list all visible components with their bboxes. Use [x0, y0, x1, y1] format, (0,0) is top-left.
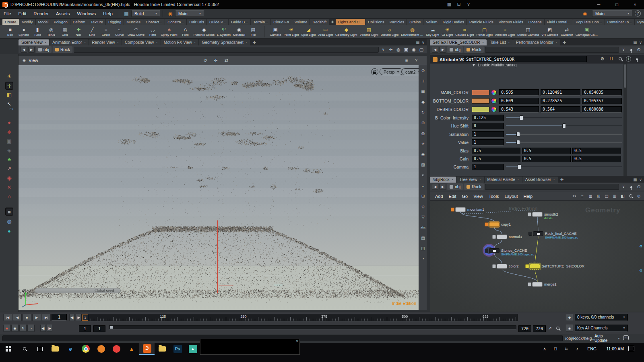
shelf-tab-hair-utls[interactable]: Hair Utls: [187, 19, 206, 25]
taskbar-search-button[interactable]: [17, 343, 32, 355]
add-tab-button[interactable]: ✚: [558, 177, 566, 183]
shelf-tool-switcher[interactable]: ⇄Switcher: [559, 25, 574, 38]
text-overlay-icon[interactable]: abc: [420, 224, 426, 231]
show-objects-tool[interactable]: ☀: [5, 72, 13, 80]
pane-control-icon[interactable]: ∨: [422, 40, 425, 45]
view-globe-tool[interactable]: ◍: [5, 218, 13, 226]
shelf-tool-vr-camera[interactable]: ◩VR Camera: [540, 25, 559, 38]
breadcrumb-node[interactable]: Rock: [464, 46, 484, 53]
param-slider[interactable]: [506, 132, 622, 137]
link-icon[interactable]: ⊙: [636, 46, 642, 53]
chevron-down-icon[interactable]: ∨: [380, 46, 386, 53]
param-value-field[interactable]: 0.054035: [582, 89, 622, 96]
node-settexture-setcolor[interactable]: SetTEXTURE_SetCOLOR: [525, 264, 541, 269]
shelf-tab-guide-b[interactable]: Guide B...: [229, 19, 250, 25]
zoom-select-icon[interactable]: ⊕: [636, 193, 642, 199]
sculpt-tool[interactable]: ♣: [5, 156, 13, 164]
crosshair-icon[interactable]: ✛: [388, 46, 394, 53]
keyframe-options-button[interactable]: ◆: [566, 314, 573, 321]
shelf-tool-circle[interactable]: ○Circle: [99, 25, 113, 38]
node-rock-final-cache[interactable]: Rock_final_CACHESHIPNAME.105.bgeo.sc: [528, 231, 545, 237]
taskbar-houdini[interactable]: [139, 343, 155, 355]
breadcrumb-root[interactable]: obj: [447, 46, 463, 53]
close-icon[interactable]: ×: [482, 41, 484, 44]
param-value-field[interactable]: 0: [472, 123, 504, 129]
scrollbar-thumb[interactable]: [624, 64, 626, 88]
shelf-tool-spray-paint[interactable]: ∗Spray Paint: [159, 25, 178, 38]
breadcrumb-node[interactable]: Rock: [53, 46, 72, 53]
close-icon[interactable]: ×: [194, 41, 196, 44]
palette-icon[interactable]: ◧: [620, 193, 625, 199]
shelf-tool-l-system[interactable]: ΨL-System: [216, 25, 232, 38]
param-value-field[interactable]: 0.125: [472, 115, 504, 121]
shelf-tab-populate-con[interactable]: Populate Con...: [573, 19, 605, 25]
pane-split-icon[interactable]: ▢: [418, 46, 425, 53]
shelf-tool-spot-light[interactable]: ◢Spot Light: [300, 25, 317, 38]
shelf-tool-null[interactable]: ✚Null: [72, 25, 85, 38]
param-value-field[interactable]: 0.609: [499, 98, 539, 104]
pane-expand-chevron[interactable]: «: [638, 243, 644, 251]
link-icon[interactable]: ⊙: [636, 183, 642, 190]
viewport-canvas[interactable]: [19, 65, 419, 310]
chevron-down-icon[interactable]: ∨: [620, 46, 627, 53]
houdini-help-icon[interactable]: H: [608, 56, 614, 62]
color-wheel-icon[interactable]: [491, 90, 497, 95]
node-stones-cache[interactable]: Stones_CACHESHIPNAME.105.bgeo.sc: [485, 248, 501, 254]
color-wheel-icon[interactable]: [491, 98, 497, 104]
expand-menu-icon[interactable]: ∨: [465, 1, 472, 7]
shelf-tool-tube[interactable]: ▮Tube: [31, 25, 44, 38]
handles-view-icon[interactable]: ✛: [213, 57, 219, 64]
taskbar-chrome-browser[interactable]: [78, 343, 93, 355]
pane-expand-chevron[interactable]: «: [638, 267, 644, 275]
help-icon[interactable]: ?: [635, 10, 641, 16]
node-mountain1[interactable]: mountain1: [451, 207, 467, 213]
param-value-field[interactable]: 0.5: [572, 156, 621, 162]
scene-viewport[interactable]: Persp▼ cam2▼ 49 Global seed Indie Editio…: [19, 65, 419, 310]
shelf-tab-muscles[interactable]: Muscles: [124, 19, 143, 25]
add-shelf-tab-button[interactable]: ✚: [329, 19, 336, 25]
parameter-scrollbar[interactable]: [623, 64, 627, 176]
loop-icon[interactable]: ↻: [19, 325, 27, 332]
tab-settexture-setcolor[interactable]: SetTEXTURE_SetCOLOR×: [430, 39, 487, 45]
split-view-icon[interactable]: ◫: [420, 245, 426, 252]
volume-icon[interactable]: ♪: [574, 346, 580, 352]
shelf-tab-rigging[interactable]: Rigging: [106, 19, 124, 25]
keyframe-icon[interactable]: ◆: [3, 325, 10, 332]
camera-selector[interactable]: cam2▼: [401, 68, 419, 75]
menu-file[interactable]: File: [0, 10, 15, 17]
tab-render-view[interactable]: Render View×: [89, 39, 122, 45]
playhead[interactable]: 1: [82, 315, 88, 321]
float-pane-icon[interactable]: ⊡: [456, 1, 462, 7]
shelf-tab-rigid-bodies[interactable]: Rigid Bodies: [440, 19, 466, 25]
notes-icon[interactable]: ▥: [612, 193, 617, 199]
shelf-tool-gamepad-camera[interactable]: ▣Gamepad Camera: [574, 25, 599, 38]
taskbar-photoshop[interactable]: Ps: [170, 343, 185, 355]
list-mode-icon[interactable]: ≡: [580, 193, 585, 199]
stop-button[interactable]: ■: [23, 314, 31, 321]
tab-geometry-spreadsheet[interactable]: Geometry Spreadsheet×: [199, 39, 250, 45]
network-menu-edit[interactable]: Edit: [446, 194, 459, 199]
search-icon[interactable]: [628, 193, 634, 199]
view-menu-button[interactable]: ◉ View: [19, 57, 41, 64]
color-swatch[interactable]: [472, 107, 489, 112]
shelf-tool-camera[interactable]: ▣Camera: [268, 25, 282, 38]
shelf-tool-box[interactable]: ■Box: [3, 25, 17, 38]
close-icon[interactable]: ×: [553, 178, 555, 181]
language-indicator[interactable]: ENG: [587, 343, 597, 355]
pin-icon[interactable]: [628, 46, 634, 53]
record-tool[interactable]: ◉: [5, 174, 13, 182]
brush-tool-2[interactable]: ◆: [5, 128, 13, 136]
network-menu-view[interactable]: View: [471, 194, 486, 199]
shelf-tab-model[interactable]: Model: [36, 19, 51, 25]
taskbar-clock[interactable]: 11:09 AM: [606, 343, 624, 355]
current-frame-field[interactable]: 1: [52, 314, 67, 321]
sim-reset-icon[interactable]: ⊙: [420, 68, 426, 74]
play-button[interactable]: ▶: [32, 314, 41, 321]
close-icon[interactable]: ×: [84, 41, 86, 44]
shelf-tab-collisions[interactable]: Collisions: [365, 19, 387, 25]
range-start-field-2[interactable]: 1: [93, 325, 105, 332]
shelf-tool-line[interactable]: ╱Line: [85, 25, 99, 38]
node-smooth2[interactable]: smooth2debris: [528, 212, 544, 218]
disabled-tool-1[interactable]: ▣: [5, 137, 13, 145]
smooth-shade-icon[interactable]: ≈: [420, 172, 426, 179]
